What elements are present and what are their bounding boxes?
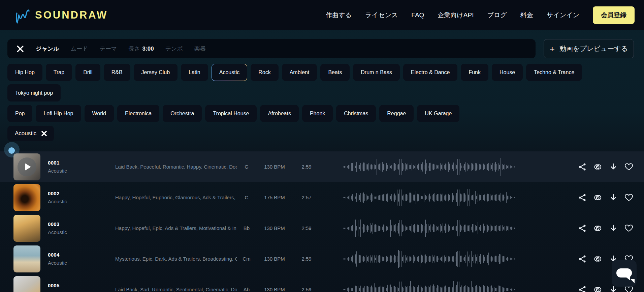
signup-button[interactable]: 会員登録 xyxy=(593,6,635,24)
nav-link[interactable]: ブログ xyxy=(487,11,507,20)
genre-chip[interactable]: Reggae xyxy=(379,105,414,122)
selected-filter-label: Acoustic xyxy=(15,130,36,137)
no-copyright-button[interactable] xyxy=(593,255,602,263)
genre-chip[interactable]: R&B xyxy=(104,64,130,81)
genre-chip[interactable]: Phonk xyxy=(302,105,333,122)
genre-chip[interactable]: Acoustic xyxy=(212,64,247,81)
track-thumbnail[interactable] xyxy=(13,184,40,211)
genre-chip[interactable]: Tokyo night pop xyxy=(7,84,61,101)
track-title-block: 0005 Acoustic xyxy=(48,283,115,292)
waveform[interactable] xyxy=(343,219,518,238)
track-key: Ab xyxy=(237,287,256,292)
no-copyright-button[interactable] xyxy=(593,163,602,171)
nav-link[interactable]: サインイン xyxy=(547,11,579,20)
track-thumbnail[interactable] xyxy=(13,245,40,272)
share-button[interactable] xyxy=(578,163,587,171)
share-icon xyxy=(578,224,586,232)
track-genre: Acoustic xyxy=(48,291,115,292)
video-preview-button[interactable]: + 動画をプレビューする xyxy=(544,39,634,58)
share-button[interactable] xyxy=(578,285,587,292)
waveform[interactable] xyxy=(343,280,518,292)
genre-chip[interactable]: Latin xyxy=(181,64,208,81)
genre-chip[interactable]: Lofi Hip Hop xyxy=(36,105,81,122)
track-row[interactable]: 0002 Acoustic Happy, Hopeful, Euphoric, … xyxy=(0,182,644,213)
track-thumbnail[interactable] xyxy=(13,153,40,180)
track-actions xyxy=(578,193,644,202)
filter-tab[interactable]: テーマ xyxy=(99,45,117,53)
favorite-button[interactable] xyxy=(624,224,633,233)
waveform[interactable] xyxy=(343,250,518,268)
nav-link[interactable]: 料金 xyxy=(520,11,533,20)
track-genre: Acoustic xyxy=(48,168,115,174)
genre-chip[interactable]: House xyxy=(492,64,523,81)
track-list: 0001 Acoustic Laid Back, Peaceful, Roman… xyxy=(0,151,644,292)
share-button[interactable] xyxy=(578,193,587,202)
genre-chip[interactable]: Electronica xyxy=(117,105,159,122)
filter-tab[interactable]: テンポ xyxy=(165,45,183,53)
genre-chip[interactable]: Rock xyxy=(251,64,278,81)
play-button[interactable] xyxy=(18,157,36,176)
track-key: Bb xyxy=(237,225,256,231)
track-row[interactable]: 0001 Acoustic Laid Back, Peaceful, Roman… xyxy=(0,151,644,182)
chat-widget[interactable] xyxy=(612,260,637,287)
soundraw-logo[interactable]: SOUNDRAW xyxy=(15,6,108,24)
no-copyright-rings-icon xyxy=(593,285,602,292)
genre-chip[interactable]: Christmas xyxy=(336,105,376,122)
favorite-button[interactable] xyxy=(624,193,633,202)
filter-tab-label: ジャンル xyxy=(36,45,59,53)
filter-tab[interactable]: ジャンル xyxy=(36,45,59,53)
favorite-button[interactable] xyxy=(624,163,633,171)
track-thumbnail[interactable] xyxy=(13,215,40,242)
track-row[interactable]: 0005 Acoustic Laid Back, Sad, Romantic, … xyxy=(0,274,644,292)
nav-link[interactable]: FAQ xyxy=(411,11,424,19)
genre-chip[interactable]: Electro & Dance xyxy=(403,64,458,81)
track-row[interactable]: 0004 Acoustic Mysterious, Epic, Dark, Ad… xyxy=(0,243,644,274)
download-button[interactable] xyxy=(609,224,618,233)
plus-icon: + xyxy=(550,45,555,53)
track-id: 0001 xyxy=(48,160,115,166)
genre-chip[interactable]: Techno & Trance xyxy=(526,64,582,81)
track-genre: Acoustic xyxy=(48,199,115,204)
close-filters-icon[interactable] xyxy=(16,45,24,53)
genre-chip[interactable]: World xyxy=(85,105,114,122)
genre-chip[interactable]: Pop xyxy=(7,105,32,122)
nav-link[interactable]: ライセンス xyxy=(365,11,398,20)
genre-chip[interactable]: Trap xyxy=(46,64,72,81)
no-copyright-button[interactable] xyxy=(593,224,602,233)
download-button[interactable] xyxy=(609,163,618,171)
waveform[interactable] xyxy=(343,188,518,207)
track-title-block: 0003 Acoustic xyxy=(48,221,115,235)
track-duration: 2:59 xyxy=(293,287,320,292)
filter-section: ジャンル ムード テーマ 長さ 3:00 xyxy=(7,39,634,58)
genre-chip[interactable]: Drum n Bass xyxy=(353,64,399,81)
track-genre: Acoustic xyxy=(48,229,115,235)
nav-link[interactable]: 作曲する xyxy=(326,11,352,20)
genre-chip[interactable]: Tropical House xyxy=(205,105,257,122)
genre-chip[interactable]: Ambient xyxy=(282,64,317,81)
remove-filter-icon[interactable] xyxy=(41,130,47,137)
track-key: C xyxy=(237,195,256,200)
genre-chip[interactable]: UK Garage xyxy=(417,105,459,122)
genre-chip[interactable]: Jersey Club xyxy=(134,64,178,81)
filter-tab[interactable]: ムード xyxy=(71,45,88,53)
download-button[interactable] xyxy=(609,193,618,202)
track-row[interactable]: 0003 Acoustic Happy, Hopeful, Epic, Ads … xyxy=(0,213,644,243)
track-bpm: 130 BPM xyxy=(256,256,293,262)
share-button[interactable] xyxy=(578,224,587,233)
genre-chip[interactable]: Beats xyxy=(320,64,350,81)
track-actions xyxy=(578,285,644,292)
filter-tab[interactable]: 長さ 3:00 xyxy=(128,45,154,53)
genre-chip[interactable]: Hip Hop xyxy=(7,64,42,81)
nav-link[interactable]: 企業向けAPI xyxy=(438,11,474,20)
no-copyright-button[interactable] xyxy=(593,193,602,202)
filter-tab[interactable]: 楽器 xyxy=(194,45,206,53)
share-button[interactable] xyxy=(578,255,587,263)
no-copyright-button[interactable] xyxy=(593,285,602,292)
genre-chip[interactable]: Drill xyxy=(75,64,100,81)
genre-chip[interactable]: Afrobeats xyxy=(260,105,298,122)
track-thumbnail[interactable] xyxy=(13,276,40,292)
genre-chip[interactable]: Orchestra xyxy=(163,105,202,122)
genre-chip[interactable]: Funk xyxy=(461,64,488,81)
track-duration: 2:59 xyxy=(293,225,320,231)
waveform[interactable] xyxy=(343,157,518,176)
